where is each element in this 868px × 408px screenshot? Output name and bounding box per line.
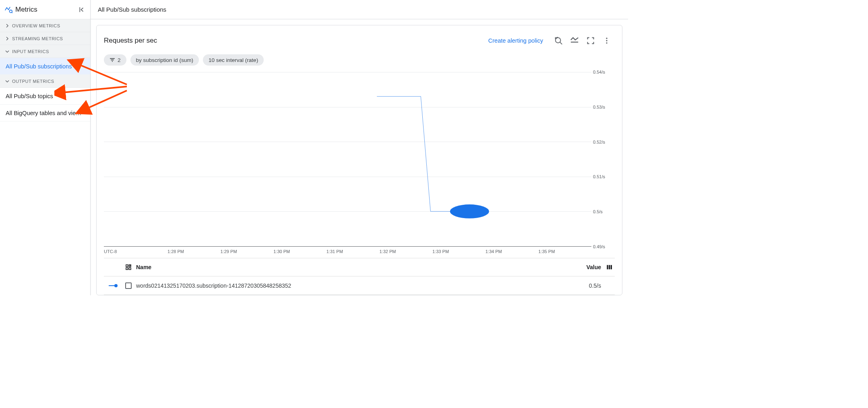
sidebar-item-bigquery-tables[interactable]: All BigQuery tables and vie… <box>0 105 90 122</box>
row-value: 0.5/s <box>572 282 604 289</box>
table-row[interactable]: words02141325170203.subscription-1412872… <box>104 276 615 295</box>
y-tick: 0.49/s <box>593 244 605 249</box>
svg-line-1 <box>12 12 12 13</box>
svg-rect-18 <box>609 265 610 270</box>
grid-icon[interactable] <box>125 264 132 270</box>
legend-toggle-button[interactable] <box>566 33 583 49</box>
legend-swatch <box>104 284 122 287</box>
x-tick: UTC-8 <box>104 249 167 254</box>
group-by-chip[interactable]: by subscription id (sum) <box>130 54 199 66</box>
section-label: STREAMING METRICS <box>12 36 63 41</box>
x-tick: 1:35 PM <box>538 249 591 254</box>
x-tick: 1:30 PM <box>273 249 327 254</box>
x-tick: 1:33 PM <box>432 249 486 254</box>
series-checkbox[interactable] <box>125 282 132 289</box>
x-tick: 1:32 PM <box>379 249 432 254</box>
sidebar-item-pubsub-subscriptions[interactable]: All Pub/Sub subscriptions <box>0 58 90 75</box>
section-output-metrics[interactable]: OUTPUT METRICS <box>0 75 90 88</box>
svg-rect-13 <box>126 265 128 267</box>
sidebar-title: Metrics <box>15 6 76 14</box>
interval-chip[interactable]: 10 sec interval (rate) <box>203 54 264 66</box>
section-input-metrics[interactable]: INPUT METRICS <box>0 45 90 58</box>
chevron-down-icon <box>5 79 10 84</box>
table-head-value[interactable]: Value <box>572 264 604 270</box>
table-head-name[interactable]: Name <box>134 264 572 270</box>
sidebar-item-label: All Pub/Sub topics <box>6 93 53 99</box>
section-overview-metrics[interactable]: OVERVIEW METRICS <box>0 19 90 32</box>
chevron-right-icon <box>5 23 10 28</box>
row-name: words02141325170203.subscription-1412872… <box>134 282 572 289</box>
main-content: All Pub/Sub subscriptions Requests per s… <box>91 0 628 295</box>
card-title: Requests per sec <box>104 37 157 45</box>
section-label: OVERVIEW METRICS <box>12 23 60 28</box>
y-tick: 0.5/s <box>593 209 603 214</box>
x-tick: 1:29 PM <box>221 249 274 254</box>
chart: 0.54/s 0.53/s 0.52/s 0.51/s 0.5/s 0.49/s <box>104 68 615 247</box>
sidebar-header: Metrics <box>0 0 90 19</box>
svg-rect-19 <box>611 265 612 270</box>
metrics-icon <box>4 5 13 14</box>
chart-plot[interactable] <box>104 72 591 247</box>
chip-label: 2 <box>118 57 121 63</box>
chip-label: 10 sec interval (rate) <box>209 57 258 63</box>
svg-point-6 <box>606 38 607 39</box>
chip-row: 2 by subscription id (sum) 10 sec interv… <box>104 54 615 66</box>
section-label: INPUT METRICS <box>12 49 49 54</box>
svg-point-3 <box>556 38 561 43</box>
svg-rect-15 <box>126 268 128 270</box>
x-tick: 1:34 PM <box>486 249 539 254</box>
y-tick: 0.54/s <box>593 70 605 74</box>
series-table: Name Value words02141325170203.subscript… <box>104 258 615 295</box>
table-header: Name Value <box>104 258 615 276</box>
x-tick: 1:31 PM <box>327 249 380 254</box>
chip-label: by subscription id (sum) <box>136 57 194 63</box>
section-streaming-metrics[interactable]: STREAMING METRICS <box>0 32 90 45</box>
chevron-right-icon <box>5 36 10 41</box>
sidebar-item-pubsub-topics[interactable]: All Pub/Sub topics <box>0 88 90 105</box>
y-tick: 0.52/s <box>593 140 605 144</box>
fullscreen-button[interactable] <box>583 33 599 49</box>
sidebar-item-label: All Pub/Sub subscriptions <box>6 63 72 70</box>
x-axis: UTC-8 1:28 PM 1:29 PM 1:30 PM 1:31 PM 1:… <box>104 249 591 254</box>
svg-point-12 <box>450 204 489 218</box>
chevron-down-icon <box>5 49 10 54</box>
columns-config-button[interactable] <box>604 264 615 270</box>
chart-point <box>104 72 591 246</box>
collapse-sidebar-button[interactable] <box>76 5 86 14</box>
section-label: OUTPUT METRICS <box>12 79 54 84</box>
svg-point-0 <box>10 10 12 12</box>
svg-rect-16 <box>129 268 131 270</box>
y-axis: 0.54/s 0.53/s 0.52/s 0.51/s 0.5/s 0.49/s <box>593 72 615 247</box>
y-tick: 0.53/s <box>593 105 605 109</box>
reset-zoom-button[interactable] <box>550 33 566 49</box>
svg-line-4 <box>560 42 562 45</box>
page-header: All Pub/Sub subscriptions <box>91 0 628 19</box>
svg-point-8 <box>606 42 607 43</box>
y-tick: 0.51/s <box>593 174 605 179</box>
svg-point-7 <box>606 40 607 41</box>
more-options-button[interactable] <box>599 33 615 49</box>
sidebar-item-label: All BigQuery tables and vie… <box>6 110 82 116</box>
create-alerting-policy-link[interactable]: Create alerting policy <box>488 37 543 44</box>
sidebar: Metrics OVERVIEW METRICS STREAMING METRI… <box>0 0 91 295</box>
metric-card: Requests per sec Create alerting policy <box>96 25 622 295</box>
svg-rect-17 <box>607 265 608 270</box>
filter-chip[interactable]: 2 <box>104 54 126 66</box>
x-tick: 1:28 PM <box>167 249 221 254</box>
page-title: All Pub/Sub subscriptions <box>98 6 166 13</box>
filter-icon <box>110 57 115 63</box>
card-header: Requests per sec Create alerting policy <box>104 33 615 49</box>
